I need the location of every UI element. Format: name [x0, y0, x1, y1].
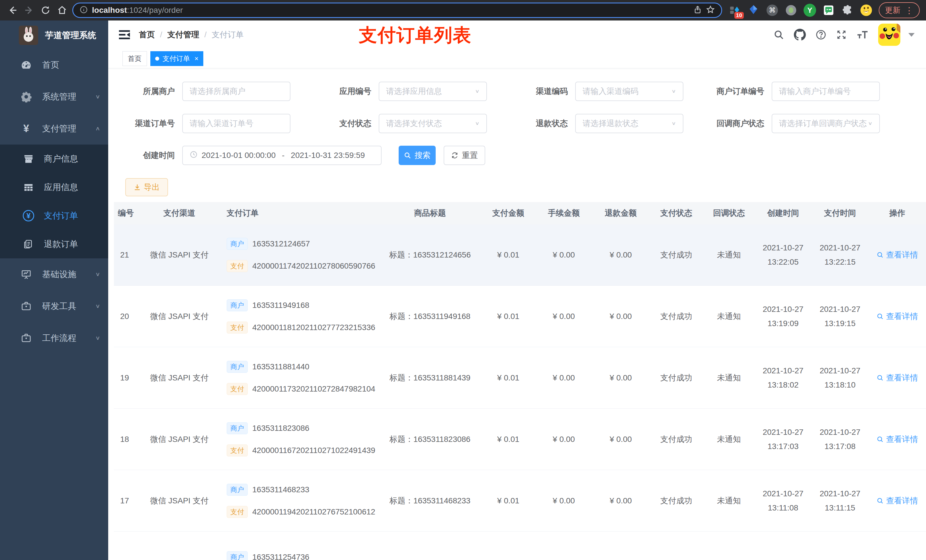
address-bar[interactable]: localhost:1024/pay/order [72, 3, 722, 18]
breadcrumb-home[interactable]: 首页 [139, 29, 155, 40]
merchant-tag: 商户 [227, 238, 248, 250]
tab-close-icon[interactable]: × [195, 54, 198, 63]
pay-order-cell: 商户1635311881440 支付4200001173202110272847… [219, 347, 379, 408]
site-info-icon[interactable] [79, 5, 88, 15]
merchant-tag: 商户 [227, 551, 248, 560]
home-icon[interactable] [56, 4, 68, 17]
table-row: 21 微信 JSAPI 支付 商户1635312124657 支付4200001… [114, 224, 926, 286]
col-title: 商品标题 [379, 202, 481, 224]
github-icon[interactable] [794, 29, 806, 41]
merchant-tag: 商户 [227, 484, 248, 496]
url-host: localhost [92, 6, 127, 15]
chevron-down-icon: ∨ [95, 94, 100, 100]
col-pay-time: 支付时间 [811, 202, 869, 224]
sidebar-item-refund-order[interactable]: 退款订单 [0, 230, 108, 258]
merchant-tag: 商户 [227, 361, 248, 373]
col-pay-order: 支付订单 [219, 202, 379, 224]
sidebar-item-home[interactable]: 首页 [0, 49, 108, 81]
sidebar-item-infra[interactable]: 基础设施 ∨ [0, 258, 108, 290]
pay-tag: 支付 [227, 260, 248, 272]
sidebar-item-label: 支付管理 [42, 123, 95, 134]
extension-icon-dot[interactable] [785, 4, 797, 17]
sidebar-item-pay[interactable]: ¥ 支付管理 ∧ [0, 113, 108, 145]
presentation-chart-icon [20, 269, 32, 280]
app-logo [19, 26, 38, 45]
filter-pay-status: 支付状态 请选择支付状态 ∨ [313, 114, 487, 133]
font-size-icon[interactable] [856, 29, 869, 40]
bookmark-star-icon[interactable] [706, 5, 715, 15]
user-avatar[interactable] [878, 24, 900, 46]
merchant-input[interactable]: 请选择所属商户 [182, 82, 291, 101]
channel-code-select[interactable]: 请输入渠道编码 ∨ [575, 82, 683, 101]
profile-emoji-icon[interactable] [860, 4, 873, 17]
sidebar-item-app-info[interactable]: 应用信息 [0, 173, 108, 201]
sidebar-item-label: 研发工具 [42, 300, 95, 312]
app-id-select[interactable]: 请选择应用信息 ∨ [379, 82, 487, 101]
extension-icon-y[interactable]: Y [803, 4, 816, 17]
notify-status-select[interactable]: 请选择订单回调商户状态 ∨ [772, 114, 880, 133]
tab-home[interactable]: 首页 [123, 51, 147, 66]
sidebar-item-merchant-info[interactable]: 商户信息 [0, 145, 108, 173]
view-detail-link[interactable]: 查看详情 [876, 434, 918, 445]
back-icon[interactable] [6, 4, 19, 17]
refund-status-select[interactable]: 请选择退款状态 ∨ [575, 114, 683, 133]
channel-order-no-input[interactable]: 请输入渠道订单号 [182, 114, 291, 133]
chevron-down-icon: ∨ [672, 89, 676, 94]
filter-merchant-order-no: 商户订单编号 请输入商户订单编号 [706, 82, 880, 101]
chevron-down-icon: ∨ [475, 89, 480, 94]
date-range-input[interactable]: 2021-10-01 00:00:00 - 2021-10-31 23:59:5… [182, 146, 381, 165]
chevron-up-icon: ∧ [95, 125, 100, 132]
field-label: 创建时间 [117, 150, 182, 161]
col-channel: 支付渠道 [139, 202, 219, 224]
export-button[interactable]: 导出 [125, 178, 168, 196]
pay-tag: 支付 [227, 383, 248, 395]
extension-icon-command[interactable]: ⌘ [766, 4, 779, 17]
filter-refund-status: 退款状态 请选择退款状态 ∨ [510, 114, 683, 133]
table-row: 18 微信 JSAPI 支付 商户1635311823086 支付4200001… [114, 409, 926, 470]
pay-tag: 支付 [227, 444, 248, 456]
sidebar-item-system[interactable]: 系统管理 ∨ [0, 81, 108, 113]
browser-toolbar: localhost:1024/pay/order 10 ⌘ [0, 0, 926, 21]
fullscreen-icon[interactable] [836, 29, 847, 40]
app-logo-row[interactable]: 芋道管理系统 [0, 21, 108, 49]
view-detail-link[interactable]: 查看详情 [876, 373, 918, 383]
tab-pay-order[interactable]: 支付订单 × [150, 51, 203, 66]
y-glyph: Y [807, 6, 812, 15]
search-icon[interactable] [773, 29, 784, 40]
sidebar: 芋道管理系统 首页 系统管理 ∨ ¥ 支付管理 ∧ 商户信息 [0, 21, 108, 560]
yen-icon: ¥ [20, 123, 32, 134]
reset-button[interactable]: 重置 [443, 146, 485, 165]
tab-label: 支付订单 [163, 54, 190, 63]
sidebar-item-label: 商户信息 [44, 153, 78, 165]
date-end: 2021-10-31 23:59:59 [291, 151, 365, 160]
content: 所属商户 请选择所属商户 应用编号 请选择应用信息 ∨ 渠道编码 请输入渠道编码… [108, 68, 926, 560]
collapse-sidebar-icon[interactable] [118, 30, 130, 40]
extensions-puzzle-icon[interactable] [841, 4, 854, 17]
view-detail-link[interactable]: 查看详情 [876, 249, 918, 260]
extension-icon-kite[interactable] [747, 4, 760, 17]
reload-icon[interactable] [39, 4, 52, 17]
filter-channel-code: 渠道编码 请输入渠道编码 ∨ [510, 82, 683, 101]
breadcrumb-group[interactable]: 支付管理 [168, 29, 199, 40]
col-refund: 退款金额 [592, 202, 649, 224]
extension-icon-1[interactable]: 10 [728, 4, 741, 17]
grid-icon [22, 182, 35, 193]
table-row: 商户1635311254736 [114, 531, 926, 560]
browser-update-button[interactable]: 更新 ⋮ [879, 2, 920, 18]
merchant-order-no-input[interactable]: 请输入商户订单编号 [772, 82, 880, 101]
forward-icon[interactable] [23, 4, 35, 17]
share-icon[interactable] [693, 5, 702, 15]
extension-icon-chat[interactable] [822, 4, 835, 17]
browser-menu-icon[interactable]: ⋮ [905, 5, 914, 15]
view-detail-link[interactable]: 查看详情 [876, 311, 918, 322]
help-icon[interactable] [816, 29, 826, 40]
pay-status-select[interactable]: 请选择支付状态 ∨ [379, 114, 487, 133]
sidebar-item-devtools[interactable]: 研发工具 ∨ [0, 290, 108, 322]
view-detail-link[interactable]: 查看详情 [876, 495, 918, 506]
chevron-down-icon: ∨ [475, 121, 480, 126]
search-button[interactable]: 搜索 [399, 146, 436, 165]
sidebar-item-workflow[interactable]: 工作流程 ∨ [0, 322, 108, 354]
sidebar-item-label: 工作流程 [42, 332, 95, 344]
sidebar-item-pay-order[interactable]: ¥ 支付订单 [0, 201, 108, 230]
user-menu-caret-icon[interactable] [908, 33, 915, 37]
